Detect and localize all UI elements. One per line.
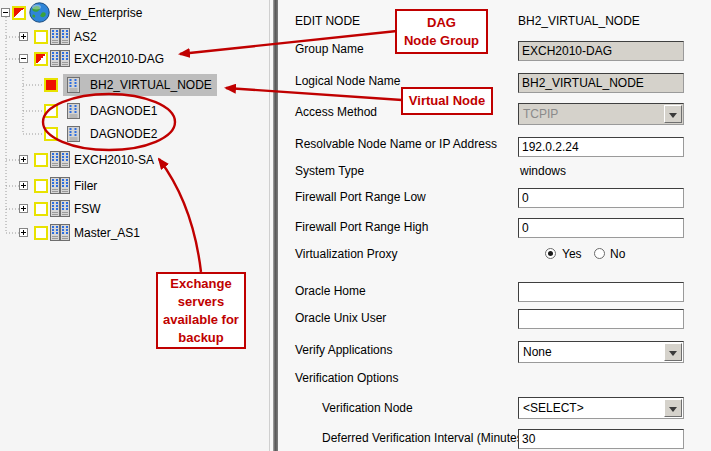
chevron-down-icon[interactable] (664, 399, 682, 417)
radio-label-yes[interactable]: Yes (562, 247, 582, 261)
tree-checkbox-master-as1[interactable] (34, 226, 48, 240)
callout-text-line: Virtual Node (403, 89, 491, 113)
tree-checkbox-exch2010-sa[interactable] (34, 153, 48, 167)
field-value-system-type: windows (520, 164, 566, 178)
field-label-oracle-unix-user: Oracle Unix User (295, 311, 386, 325)
callout-dag-node-group: DAGNode Group (395, 9, 488, 54)
tree-item-label[interactable]: Master_AS1 (74, 222, 140, 244)
callout-virtual-node: Virtual Node (401, 87, 493, 115)
node-tree: New_EnterpriseAS2EXCH2010-DAGBH2_VIRTUAL… (0, 0, 269, 451)
expand-icon[interactable] (19, 228, 28, 237)
tree-checkbox-dagnode2[interactable] (44, 127, 58, 141)
callout-exchange-servers: Exchangeserversavailable forbackup (156, 272, 246, 349)
server-group-icon (50, 200, 70, 220)
globe-icon (29, 2, 50, 26)
expand-icon[interactable] (19, 32, 28, 41)
tree-item-filer[interactable]: Filer (0, 175, 269, 197)
field-label-access-method: Access Method (295, 105, 377, 119)
expand-icon[interactable] (19, 204, 28, 213)
field-label-oracle-home: Oracle Home (295, 284, 366, 298)
server-icon (67, 77, 80, 96)
selected-option: <SELECT> (523, 401, 584, 415)
tree-item-label[interactable]: DAGNODE2 (90, 123, 157, 145)
tree-item-exch2010-sa[interactable]: EXCH2010-SA (0, 149, 269, 171)
field-input-logical-node-name (518, 73, 684, 93)
field-select-verify-applications[interactable]: None (518, 341, 684, 363)
field-label-firewall-port-range-high: Firewall Port Range High (295, 220, 428, 234)
field-input-firewall-port-range-low[interactable] (518, 188, 684, 208)
tree-panel: New_EnterpriseAS2EXCH2010-DAGBH2_VIRTUAL… (0, 0, 269, 451)
tree-item-new-enterprise[interactable]: New_Enterprise (0, 2, 269, 24)
expand-icon[interactable] (19, 181, 28, 190)
app-window: New_EnterpriseAS2EXCH2010-DAGBH2_VIRTUAL… (0, 0, 711, 451)
tree-checkbox-exch2010-dag[interactable] (34, 52, 48, 66)
panel-divider-line (269, 0, 270, 451)
edit-node-title: EDIT NODE (295, 14, 360, 28)
expand-icon[interactable] (19, 155, 28, 164)
field-label-logical-node-name: Logical Node Name (295, 74, 400, 88)
field-label-verification-node: Verification Node (322, 401, 413, 415)
field-input-firewall-port-range-high[interactable] (518, 218, 684, 238)
tree-checkbox-fsw[interactable] (34, 202, 48, 216)
field-select-access-method: TCPIP (518, 103, 684, 125)
server-icon (67, 103, 80, 122)
field-input-resolvable-node-name[interactable] (518, 137, 684, 157)
edit-node-title-value: BH2_VIRTUAL_NODE (518, 14, 640, 28)
field-label-virtualization-proxy: Virtualization Proxy (295, 247, 398, 261)
chevron-down-icon (664, 105, 682, 123)
tree-checkbox-dagnode1[interactable] (44, 104, 58, 118)
field-input-deferred-verification-interval[interactable] (518, 429, 684, 449)
callout-text-line: servers (158, 293, 244, 311)
tree-item-as2[interactable]: AS2 (0, 26, 269, 48)
tree-item-dagnode2[interactable]: DAGNODE2 (0, 123, 269, 145)
field-label-resolvable-node-name: Resolvable Node Name or IP Address (295, 137, 497, 151)
collapse-icon[interactable] (19, 54, 28, 63)
selected-option: TCPIP (523, 107, 558, 121)
tree-checkbox-as2[interactable] (34, 30, 48, 44)
server-group-icon (50, 151, 70, 171)
tree-item-fsw[interactable]: FSW (0, 198, 269, 220)
callout-text-line: Exchange (158, 275, 244, 293)
radio-label-no[interactable]: No (610, 247, 625, 261)
callout-text-line: DAG (397, 14, 486, 32)
tree-item-label[interactable]: EXCH2010-DAG (74, 48, 164, 70)
server-group-icon (50, 224, 70, 244)
field-label-verify-applications: Verify Applications (295, 343, 392, 357)
field-input-group-name (518, 41, 684, 61)
tree-item-master-as1[interactable]: Master_AS1 (0, 222, 269, 244)
field-input-oracle-home[interactable] (518, 282, 684, 302)
field-input-oracle-unix-user[interactable] (518, 309, 684, 329)
server-group-icon (50, 50, 70, 70)
radio-virtualization-proxy-yes[interactable] (545, 248, 556, 259)
tree-item-dagnode1[interactable]: DAGNODE1 (0, 100, 269, 122)
selected-option: None (523, 345, 552, 359)
tree-item-label[interactable]: FSW (74, 198, 101, 220)
collapse-icon[interactable] (1, 8, 10, 17)
tree-checkbox-filer[interactable] (34, 179, 48, 193)
callout-text-line: available for (158, 311, 244, 329)
tree-item-label[interactable]: Filer (74, 175, 97, 197)
callout-text-line: backup (158, 329, 244, 347)
field-label-deferred-verification-interval: Deferred Verification Interval (Minutes) (322, 431, 527, 445)
tree-checkbox-bh2-virtual-node[interactable] (44, 78, 58, 92)
tree-item-exch2010-dag[interactable]: EXCH2010-DAG (0, 48, 269, 70)
tree-item-label[interactable]: EXCH2010-SA (74, 149, 154, 171)
chevron-down-icon[interactable] (664, 343, 682, 361)
field-label-group-name: Group Name (295, 42, 364, 56)
server-icon (67, 126, 80, 145)
callout-text-line: Node Group (397, 32, 486, 50)
field-label-system-type: System Type (295, 164, 364, 178)
server-group-icon (50, 28, 70, 48)
tree-item-label[interactable]: BH2_VIRTUAL_NODE (90, 74, 212, 96)
tree-item-label[interactable]: New_Enterprise (57, 2, 142, 24)
tree-item-label[interactable]: AS2 (74, 26, 97, 48)
field-label-firewall-port-range-low: Firewall Port Range Low (295, 190, 426, 204)
field-label-verification-options: Verification Options (295, 371, 398, 385)
edit-node-form: EDIT NODE BH2_VIRTUAL_NODE Group NameLog… (278, 0, 711, 451)
radio-virtualization-proxy-no[interactable] (594, 248, 605, 259)
server-group-icon (50, 177, 70, 197)
tree-item-bh2-virtual-node[interactable]: BH2_VIRTUAL_NODE (0, 74, 269, 96)
tree-checkbox-new-enterprise[interactable] (12, 6, 26, 20)
field-select-verification-node[interactable]: <SELECT> (518, 397, 684, 419)
tree-item-label[interactable]: DAGNODE1 (90, 100, 157, 122)
